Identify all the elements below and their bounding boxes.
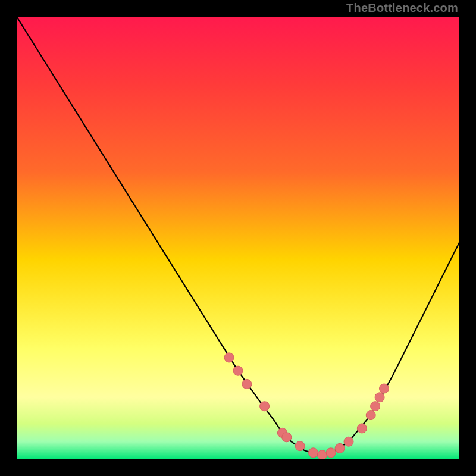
marker-dot xyxy=(233,366,243,375)
marker-dot xyxy=(309,448,318,458)
marker-dot xyxy=(260,402,270,411)
plot-area xyxy=(17,17,459,459)
marker-dot xyxy=(326,448,336,458)
watermark-text: TheBottleneck.com xyxy=(346,1,458,15)
marker-dot xyxy=(380,384,389,393)
highlight-markers xyxy=(224,353,389,459)
marker-dot xyxy=(335,443,345,453)
marker-dot xyxy=(224,353,234,362)
bottleneck-curve xyxy=(17,17,459,455)
curve-layer xyxy=(17,17,459,459)
marker-dot xyxy=(366,411,375,420)
marker-dot xyxy=(282,433,292,442)
marker-dot xyxy=(242,380,252,389)
marker-dot xyxy=(344,437,353,446)
marker-dot xyxy=(317,450,327,459)
marker-dot xyxy=(371,402,380,411)
marker-dot xyxy=(375,393,384,402)
chart-frame: TheBottleneck.com xyxy=(0,0,476,476)
marker-dot xyxy=(295,441,305,451)
marker-dot xyxy=(357,424,367,433)
